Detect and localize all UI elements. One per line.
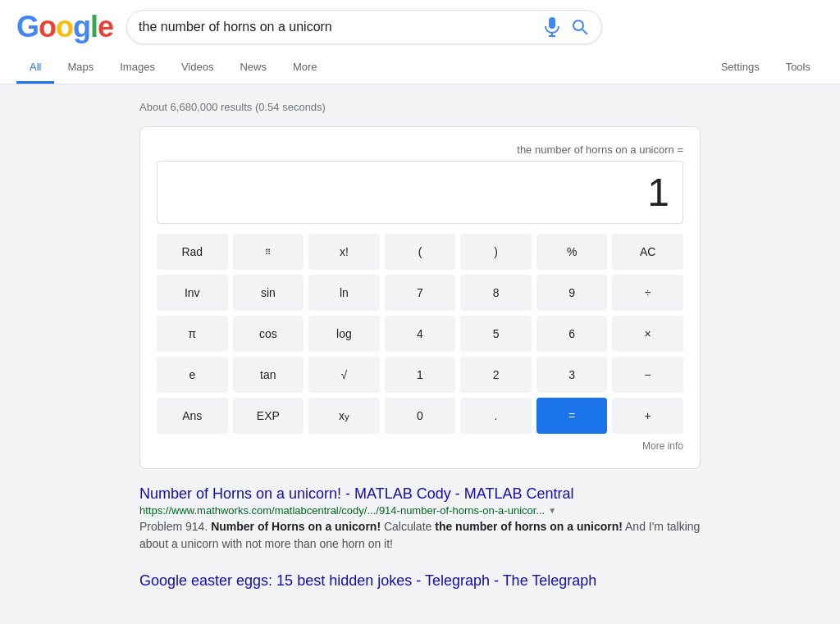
calc-btn-tan[interactable]: tan	[233, 357, 304, 393]
snippet-bold-1: Number of Horns on a unicorn!	[211, 520, 381, 533]
calc-btn-ans[interactable]: Ans	[157, 398, 228, 434]
calc-btn-sqrt[interactable]: √	[308, 357, 380, 393]
logo-l: l	[90, 10, 98, 43]
calc-btn-pi[interactable]: π	[157, 316, 228, 352]
calc-btn-9[interactable]: 9	[536, 275, 608, 311]
result-url-arrow-1: ▼	[548, 506, 556, 515]
main-content: About 6,680,000 results (0.54 seconds) t…	[0, 84, 840, 624]
calc-btn-log[interactable]: log	[308, 316, 380, 352]
calc-btn-1[interactable]: 1	[385, 357, 456, 393]
nav-tabs-right: Settings Tools	[708, 52, 824, 84]
calc-btn-sin[interactable]: sin	[233, 275, 304, 311]
calc-btn-8[interactable]: 8	[460, 275, 532, 311]
tab-all[interactable]: All	[16, 52, 54, 84]
logo-o1: o	[39, 10, 56, 43]
calc-btn-factorial[interactable]: x!	[308, 234, 380, 270]
calc-btn-subtract[interactable]: −	[612, 357, 683, 393]
results-count: About 6,680,000 results (0.54 seconds)	[139, 101, 701, 113]
logo-g2: g	[73, 10, 90, 43]
result-title-2[interactable]: Google easter eggs: 15 best hidden jokes…	[139, 572, 596, 589]
calc-btn-5[interactable]: 5	[460, 316, 532, 352]
calc-btn-equals[interactable]: =	[536, 398, 608, 434]
svg-point-3	[573, 20, 583, 30]
header: Google	[0, 0, 840, 84]
search-result-2: Google easter eggs: 15 best hidden jokes…	[139, 572, 701, 590]
search-icons	[542, 17, 590, 37]
calc-btn-e[interactable]: e	[157, 357, 228, 393]
calc-btn-percent[interactable]: %	[536, 234, 608, 270]
result-url-text-1: https://www.mathworks.com/matlabcentral/…	[139, 504, 545, 517]
search-result-1: Number of Horns on a unicorn! - MATLAB C…	[139, 485, 701, 553]
calc-btn-ln[interactable]: ln	[308, 275, 380, 311]
search-button[interactable]	[570, 17, 590, 37]
calc-display: 1	[157, 161, 683, 224]
calc-btn-ac[interactable]: AC	[612, 234, 683, 270]
calc-btn-multiply[interactable]: ×	[612, 316, 683, 352]
tab-more[interactable]: More	[280, 52, 331, 84]
calc-btn-0[interactable]: 0	[385, 398, 456, 434]
calc-btn-cos[interactable]: cos	[233, 316, 304, 352]
calc-btn-close-paren[interactable]: )	[460, 234, 532, 270]
logo-e: e	[98, 10, 113, 43]
google-logo[interactable]: Google	[16, 10, 113, 44]
calc-btn-7[interactable]: 7	[385, 275, 456, 311]
result-url-1: https://www.mathworks.com/matlabcentral/…	[139, 504, 701, 517]
logo-o2: o	[56, 10, 73, 43]
header-top: Google	[16, 10, 824, 44]
calc-btn-3[interactable]: 3	[536, 357, 608, 393]
nav-row: All Maps Images Videos News More Setting…	[16, 52, 824, 84]
search-input[interactable]	[139, 20, 542, 34]
nav-tabs-left: All Maps Images Videos News More	[16, 52, 331, 84]
calc-btn-open-paren[interactable]: (	[385, 234, 456, 270]
calc-btn-4[interactable]: 4	[385, 316, 456, 352]
calc-btn-grid[interactable]: ⠿	[233, 234, 304, 270]
logo-g: G	[16, 10, 39, 43]
mic-icon[interactable]	[542, 17, 562, 37]
calc-btn-power[interactable]: xy	[308, 398, 380, 434]
calc-btn-2[interactable]: 2	[460, 357, 532, 393]
calculator-widget: the number of horns on a unicorn = 1 Rad…	[139, 126, 701, 469]
calc-buttons: Rad ⠿ x! ( ) % AC Inv sin ln 7 8 9 ÷ π c…	[157, 234, 683, 434]
search-bar	[126, 10, 602, 44]
calc-btn-add[interactable]: +	[612, 398, 683, 434]
tab-videos[interactable]: Videos	[168, 52, 227, 84]
tab-maps[interactable]: Maps	[54, 52, 107, 84]
svg-rect-0	[549, 17, 555, 29]
tab-news[interactable]: News	[226, 52, 280, 84]
snippet-bold-2: the number of horns on a unicorn!	[435, 520, 623, 533]
calc-btn-inv[interactable]: Inv	[157, 275, 228, 311]
calc-btn-exp[interactable]: EXP	[233, 398, 304, 434]
calc-expression: the number of horns on a unicorn =	[157, 143, 683, 156]
calc-btn-decimal[interactable]: .	[460, 398, 532, 434]
svg-line-4	[582, 30, 587, 34]
more-info[interactable]: More info	[157, 440, 683, 452]
calc-btn-rad[interactable]: Rad	[157, 234, 228, 270]
calc-btn-divide[interactable]: ÷	[612, 275, 683, 311]
calc-btn-6[interactable]: 6	[536, 316, 608, 352]
tab-settings[interactable]: Settings	[708, 52, 773, 84]
result-title-1[interactable]: Number of Horns on a unicorn! - MATLAB C…	[139, 485, 574, 502]
result-snippet-1: Problem 914. Number of Horns on a unicor…	[139, 518, 701, 553]
tab-images[interactable]: Images	[107, 52, 168, 84]
tab-tools[interactable]: Tools	[773, 52, 824, 84]
